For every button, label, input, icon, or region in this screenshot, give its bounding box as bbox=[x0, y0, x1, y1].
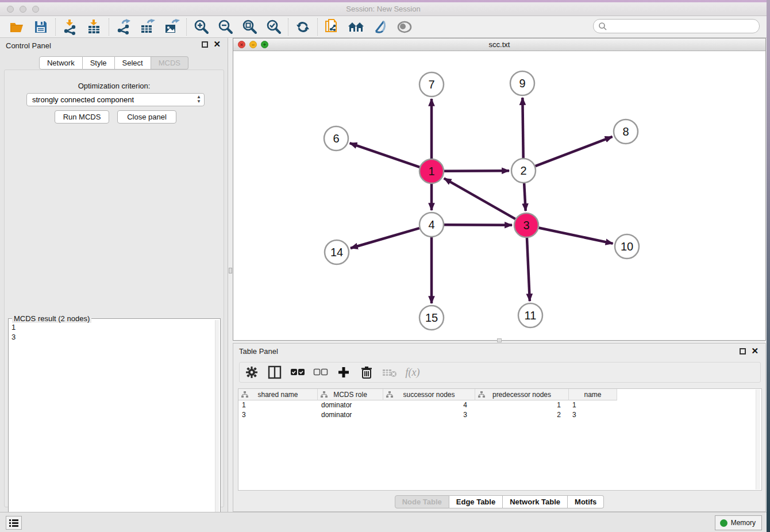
deselect-all-columns-button[interactable] bbox=[313, 365, 328, 380]
task-history-button[interactable] bbox=[6, 516, 22, 530]
trash-icon bbox=[360, 365, 373, 379]
optimization-criterion-dropdown[interactable]: strongly connected component ▲▼ bbox=[26, 93, 205, 106]
zoom-fit-button[interactable] bbox=[237, 17, 261, 37]
memory-button[interactable]: Memory bbox=[715, 515, 762, 530]
zoom-selected-button[interactable] bbox=[261, 17, 286, 37]
table-settings-button[interactable] bbox=[244, 365, 259, 380]
cell-mcds-role[interactable]: dominator bbox=[318, 400, 383, 410]
cell-shared-name[interactable]: 3 bbox=[238, 410, 318, 420]
control-tab-style[interactable]: Style bbox=[83, 56, 115, 70]
table-scrollbar[interactable] bbox=[756, 390, 760, 489]
node-1[interactable]: 1 bbox=[419, 159, 444, 183]
control-panel-tabs: NetworkStyleSelectMCDS bbox=[0, 56, 228, 70]
import-network-button[interactable] bbox=[58, 17, 82, 37]
edge-4-14[interactable] bbox=[351, 228, 419, 248]
search-box bbox=[593, 19, 760, 33]
node-4[interactable]: 4 bbox=[419, 213, 444, 237]
close-table-panel-icon[interactable]: ✕ bbox=[751, 346, 759, 356]
node-7[interactable]: 7 bbox=[419, 72, 444, 97]
node-3[interactable]: 3 bbox=[514, 213, 538, 237]
node-6[interactable]: 6 bbox=[324, 126, 348, 151]
export-network-button[interactable] bbox=[111, 17, 136, 37]
table-row[interactable]: 1dominator411 bbox=[238, 400, 761, 410]
horizontal-splitter-handle[interactable] bbox=[497, 338, 502, 342]
status-bar: Memory bbox=[0, 512, 767, 532]
cell-name[interactable]: 1 bbox=[569, 400, 617, 410]
node-9[interactable]: 9 bbox=[510, 71, 534, 95]
node-2[interactable]: 2 bbox=[511, 159, 536, 183]
edge-4-3[interactable] bbox=[444, 225, 512, 225]
node-11[interactable]: 11 bbox=[518, 303, 542, 327]
node-table[interactable]: shared nameMCDS rolesuccessor nodesprede… bbox=[238, 388, 762, 491]
cell-mcds-role[interactable]: dominator bbox=[318, 410, 383, 420]
cell-successor-nodes[interactable]: 3 bbox=[383, 410, 475, 420]
edge-1-2[interactable] bbox=[444, 171, 509, 171]
tab-motifs[interactable]: Motifs bbox=[568, 495, 604, 508]
clone-network-button[interactable] bbox=[320, 17, 344, 37]
column-header-name[interactable]: name bbox=[569, 389, 617, 400]
cell-shared-name[interactable]: 1 bbox=[238, 400, 318, 410]
control-tab-mcds[interactable]: MCDS bbox=[151, 56, 188, 70]
function-builder-button: f(x) bbox=[405, 365, 420, 380]
toolbar-separator bbox=[288, 18, 288, 36]
tab-network-table[interactable]: Network Table bbox=[503, 495, 568, 508]
vertical-splitter[interactable] bbox=[228, 38, 233, 512]
export-image-button[interactable] bbox=[160, 17, 184, 37]
select-all-columns-button[interactable] bbox=[290, 365, 305, 380]
import-table-button[interactable] bbox=[82, 17, 106, 37]
close-panel-button[interactable]: Close panel bbox=[117, 110, 176, 124]
open-session-button[interactable] bbox=[5, 17, 29, 37]
edge-3-10[interactable] bbox=[539, 228, 613, 244]
node-10[interactable]: 10 bbox=[615, 234, 639, 259]
column-header-predecessor-nodes[interactable]: predecessor nodes bbox=[475, 389, 569, 400]
split-view-button[interactable] bbox=[267, 365, 282, 380]
control-tab-select[interactable]: Select bbox=[115, 56, 151, 70]
node-8[interactable]: 8 bbox=[614, 119, 638, 144]
refresh-button[interactable] bbox=[291, 17, 315, 37]
edge-1-6[interactable] bbox=[350, 143, 420, 167]
save-session-button[interactable] bbox=[29, 17, 53, 37]
cell-predecessor-nodes[interactable]: 2 bbox=[475, 410, 569, 420]
cell-predecessor-nodes[interactable]: 1 bbox=[475, 400, 569, 410]
control-tab-network[interactable]: Network bbox=[39, 56, 83, 70]
gear-icon bbox=[245, 366, 258, 379]
refresh-icon bbox=[295, 19, 311, 35]
zoom-selected-icon bbox=[265, 19, 282, 35]
cell-successor-nodes[interactable]: 4 bbox=[383, 400, 475, 410]
cell-name[interactable]: 3 bbox=[569, 410, 617, 420]
zoom-out-icon bbox=[217, 19, 233, 35]
delete-column-button[interactable] bbox=[359, 365, 374, 380]
graphics-details-button[interactable] bbox=[368, 17, 392, 37]
network-graph-canvas[interactable]: 7968124314101511 bbox=[233, 51, 765, 340]
search-input[interactable] bbox=[607, 22, 759, 30]
column-header-shared-name[interactable]: shared name bbox=[238, 389, 318, 400]
splitter-handle[interactable] bbox=[229, 268, 232, 273]
edge-2-8[interactable] bbox=[536, 137, 613, 166]
birds-eye-view-button[interactable] bbox=[392, 17, 417, 37]
float-panel-icon[interactable] bbox=[202, 41, 208, 48]
edge-3-11[interactable] bbox=[527, 238, 530, 301]
column-header-mcds-role[interactable]: MCDS role bbox=[318, 389, 383, 400]
column-label: predecessor nodes bbox=[492, 391, 551, 399]
export-table-button[interactable] bbox=[136, 17, 160, 37]
edge-2-9[interactable] bbox=[522, 98, 523, 158]
run-mcds-button[interactable]: Run MCDS bbox=[55, 110, 109, 124]
first-neighbors-button[interactable] bbox=[344, 17, 368, 37]
edge-2-3[interactable] bbox=[524, 183, 526, 211]
memory-label: Memory bbox=[731, 519, 756, 527]
close-panel-icon[interactable]: ✕ bbox=[213, 39, 221, 49]
column-header-successor-nodes[interactable]: successor nodes bbox=[383, 389, 475, 400]
table-panel: Table Panel ✕ f(x) bbox=[233, 343, 766, 512]
edge-3-1[interactable] bbox=[444, 178, 515, 219]
tab-edge-table[interactable]: Edge Table bbox=[449, 495, 503, 508]
float-table-panel-icon[interactable] bbox=[740, 348, 746, 354]
network-window-titlebar[interactable]: × − + scc.txt bbox=[233, 38, 765, 51]
node-15[interactable]: 15 bbox=[419, 306, 444, 330]
tab-node-table[interactable]: Node Table bbox=[395, 495, 449, 508]
add-column-button[interactable] bbox=[336, 365, 351, 380]
node-14[interactable]: 14 bbox=[325, 240, 349, 264]
table-row[interactable]: 3dominator323 bbox=[238, 410, 761, 420]
result-scrollbar[interactable] bbox=[215, 320, 219, 532]
zoom-in-button[interactable] bbox=[189, 17, 213, 37]
zoom-out-button[interactable] bbox=[213, 17, 237, 37]
